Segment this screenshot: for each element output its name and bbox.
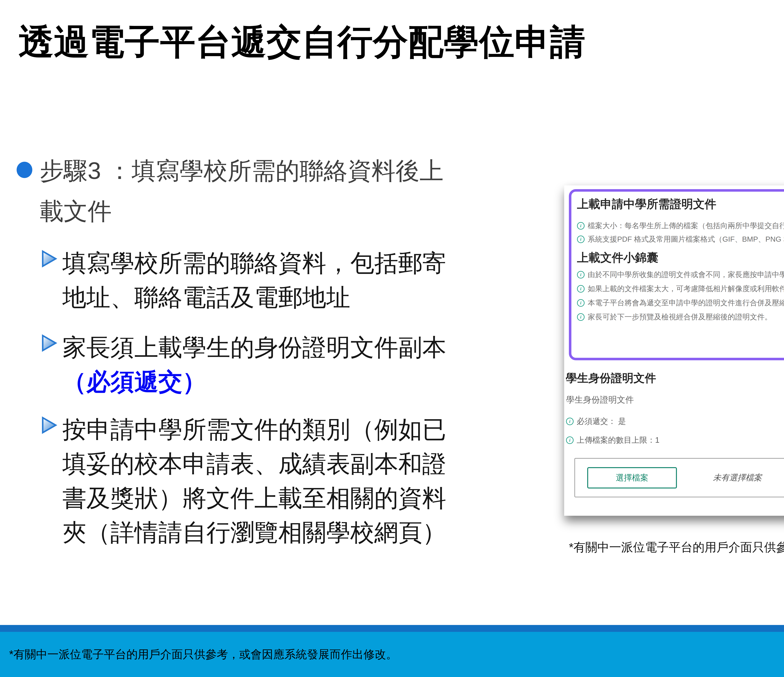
upload-tips-title: 上載文件小錦囊 <box>577 250 658 266</box>
file-upload-dropzone[interactable]: 選擇檔案 未有選擇檔案 <box>574 458 784 497</box>
required-submission-text: 必須遞交： 是 <box>577 416 626 427</box>
arrow-bullet-icon <box>41 416 58 435</box>
tip-text: 如果上載的文件檔案太大，可考慮降低相片解像度或利用軟件將相片或文件的大小壓縮。 <box>588 284 784 293</box>
subbullet3-line3: 書及獎狀）將文件上載至相關的資料 <box>62 481 446 515</box>
footer-bar: *有關中一派位電子平台的用戶介面只供參考，或會因應系統發展而作出修改。 <box>0 632 784 677</box>
file-format-text: 系統支援PDF 格式及常用圖片檔案格式（GIF、BMP、PNG 和JPEG） <box>588 234 784 244</box>
bullet-dot-icon <box>17 162 32 178</box>
tip-row: i 家長可於下一步預覽及檢視經合併及壓縮後的證明文件。 <box>577 312 772 322</box>
must-submit-highlight: （必須遞交） <box>62 364 446 399</box>
subbullet1-line2: 地址、聯絡電話及電郵地址 <box>62 280 446 314</box>
slide-canvas: 透過電子平台遞交自行分配學位申請 步驟3 ：填寫學校所需的聯絡資料後上 載文件 … <box>0 0 784 677</box>
tip-row: i 本電子平台將會為遞交至申請中學的證明文件進行合併及壓縮，所以，如需要遞交多於… <box>577 298 784 308</box>
info-circle-icon: i <box>577 299 585 307</box>
required-submission-row: i 必須遞交： 是 <box>566 416 626 427</box>
subbullet-contact-info: 填寫學校所需的聯絡資料，包括郵寄 地址、聯絡電話及電郵地址 <box>62 246 446 314</box>
tip-text: 由於不同中學所收集的證明文件或會不同，家長應按申請中學的要求，上載所需文件至相應… <box>588 270 784 279</box>
subbullet3-line1: 按申請中學所需文件的類別（例如已 <box>62 412 446 446</box>
page-title: 透過電子平台遞交自行分配學位申請 <box>19 19 585 66</box>
footer-disclaimer: *有關中一派位電子平台的用戶介面只供參考，或會因應系統發展而作出修改。 <box>9 647 397 662</box>
no-file-selected-text: 未有選擇檔案 <box>713 458 762 497</box>
max-files-text: 上傳檔案的數目上限：1 <box>577 435 660 446</box>
info-circle-icon: i <box>566 418 574 425</box>
info-circle-icon: i <box>577 236 585 243</box>
tip-text: 本電子平台將會為遞交至申請中學的證明文件進行合併及壓縮，所以，如需要遞交多於一份… <box>588 298 784 308</box>
platform-screenshot: 上載申請中學所需證明文件 i 檔案大小：每名學生所上傳的檔案（包括向兩所中學提交… <box>564 185 784 516</box>
screenshot-disclaimer: *有關中一派位電子平台的用戶介面只供參考，或會因應系統發展而作出修改。 <box>569 539 784 556</box>
tip-text: 家長可於下一步預覽及檢視經合併及壓縮後的證明文件。 <box>588 312 772 322</box>
file-format-info-row: i 系統支援PDF 格式及常用圖片檔案格式（GIF、BMP、PNG 和JPEG） <box>577 234 784 244</box>
choose-file-button[interactable]: 選擇檔案 <box>587 467 677 489</box>
info-circle-icon: i <box>577 222 585 230</box>
upload-section-title: 上載申請中學所需證明文件 <box>577 196 716 212</box>
info-circle-icon: i <box>577 313 585 321</box>
info-circle-icon: i <box>566 436 574 444</box>
subbullet3-line2: 填妥的校本申請表、成績表副本和證 <box>62 446 446 481</box>
step3-line2: 載文件 <box>40 191 443 231</box>
arrow-bullet-icon <box>41 334 58 352</box>
student-doc-subtitle: 學生身份證明文件 <box>566 394 634 405</box>
upload-requirements-highlight-box: 上載申請中學所需證明文件 i 檔案大小：每名學生所上傳的檔案（包括向兩所中學提交… <box>569 189 784 360</box>
max-files-row: i 上傳檔案的數目上限：1 <box>566 435 660 446</box>
subbullet2-line1: 家長須上載學生的身份證明文件副本 <box>62 330 446 364</box>
footer-accent-strip <box>0 625 784 632</box>
file-size-info-row: i 檔案大小：每名學生所上傳的檔案（包括向兩所中學提交自行分配學位的申請）大小上… <box>577 221 784 231</box>
subbullet1-line1: 填寫學校所需的聯絡資料，包括郵寄 <box>62 246 446 280</box>
file-size-text: 檔案大小：每名學生所上傳的檔案（包括向兩所中學提交自行分配學位的申請）大小上限為… <box>588 221 784 231</box>
subbullet-id-document: 家長須上載學生的身份證明文件副本 （必須遞交） <box>62 330 446 399</box>
info-circle-icon: i <box>577 271 585 278</box>
tip-row: i 如果上載的文件檔案太大，可考慮降低相片解像度或利用軟件將相片或文件的大小壓縮… <box>577 284 784 293</box>
student-doc-section-title: 學生身份證明文件 <box>566 371 656 386</box>
subbullet-upload-category: 按申請中學所需文件的類別（例如已 填妥的校本申請表、成績表副本和證 書及獎狀）將… <box>62 412 446 550</box>
step3-line1: 步驟3 ：填寫學校所需的聯絡資料後上 <box>40 151 443 191</box>
step3-text: 步驟3 ：填寫學校所需的聯絡資料後上 載文件 <box>40 151 443 231</box>
arrow-bullet-icon <box>41 250 58 268</box>
subbullet3-line4: 夾（詳情請自行瀏覽相關學校網頁） <box>62 515 446 550</box>
info-circle-icon: i <box>577 285 585 293</box>
tip-row: i 由於不同中學所收集的證明文件或會不同，家長應按申請中學的要求，上載所需文件至… <box>577 270 784 279</box>
